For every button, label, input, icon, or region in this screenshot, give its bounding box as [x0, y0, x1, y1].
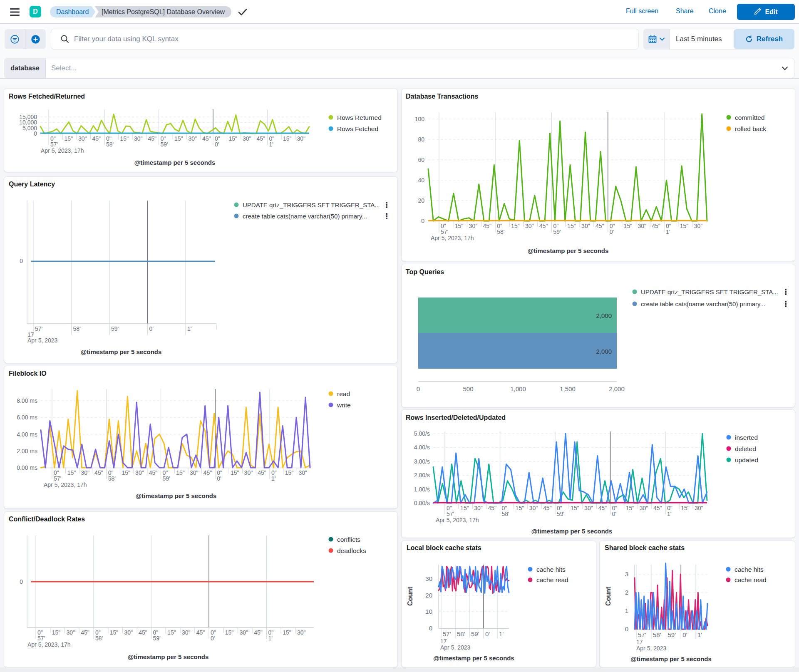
- svg-text:45": 45": [483, 223, 491, 229]
- svg-text:30": 30": [297, 629, 306, 636]
- svg-text:Query Latency: Query Latency: [9, 181, 55, 188]
- svg-text:Apr 5, 2023: Apr 5, 2023: [636, 645, 667, 652]
- svg-text:UPDATE qrtz_TRIGGERS SET TRIGG: UPDATE qrtz_TRIGGERS SET TRIGGER_STA...: [641, 288, 778, 295]
- svg-text:0': 0': [485, 630, 490, 637]
- svg-text:30": 30": [190, 469, 199, 476]
- svg-text:15": 15": [225, 629, 234, 636]
- svg-text:Rows Fetched/Returned: Rows Fetched/Returned: [9, 93, 85, 100]
- svg-text:40: 40: [418, 177, 424, 183]
- svg-text:2.00/s: 2.00/s: [414, 472, 430, 479]
- svg-text:45": 45": [202, 135, 211, 142]
- svg-text:59': 59': [557, 511, 564, 517]
- svg-text:0: 0: [421, 218, 424, 224]
- svg-text:read: read: [337, 390, 350, 397]
- svg-text:59': 59': [153, 635, 161, 642]
- svg-text:59': 59': [668, 631, 676, 638]
- svg-text:Count: Count: [407, 586, 414, 606]
- svg-text:5.00/s: 5.00/s: [414, 430, 430, 437]
- svg-text:15": 15": [283, 629, 291, 636]
- svg-text:45": 45": [139, 629, 147, 636]
- svg-text:45": 45": [203, 469, 212, 476]
- svg-text:30": 30": [244, 469, 253, 476]
- svg-text:2.00 ms: 2.00 ms: [17, 448, 37, 454]
- svg-text:1': 1': [697, 631, 702, 638]
- svg-text:4.00 ms: 4.00 ms: [17, 431, 37, 438]
- svg-text:15": 15": [567, 223, 576, 229]
- svg-text:45": 45": [596, 223, 604, 229]
- svg-text:45": 45": [92, 135, 101, 142]
- svg-text:15": 15": [283, 135, 292, 142]
- svg-text:15": 15": [174, 135, 183, 142]
- svg-text:1,000: 1,000: [510, 385, 526, 392]
- svg-text:15": 15": [67, 469, 76, 476]
- svg-text:15": 15": [455, 223, 464, 229]
- svg-text:Apr 5, 2023, 17h: Apr 5, 2023, 17h: [41, 147, 84, 154]
- svg-text:58': 58': [106, 141, 114, 148]
- svg-text:15": 15": [460, 505, 469, 511]
- svg-text:Shared block cache stats: Shared block cache stats: [605, 544, 685, 551]
- svg-text:1.00/s: 1.00/s: [414, 486, 430, 493]
- svg-text:15": 15": [571, 505, 579, 511]
- svg-text:Apr 5, 2023: Apr 5, 2023: [440, 644, 471, 651]
- svg-text:30": 30": [189, 135, 197, 142]
- svg-text:15": 15": [285, 469, 294, 476]
- svg-text:58': 58': [497, 228, 504, 235]
- svg-text:59': 59': [471, 630, 479, 637]
- svg-text:45": 45": [652, 223, 660, 229]
- svg-text:2,000: 2,000: [609, 385, 625, 392]
- svg-text:1': 1': [187, 325, 191, 332]
- svg-text:@timestamp per 5 seconds: @timestamp per 5 seconds: [128, 653, 209, 660]
- svg-text:Apr 5, 2023, 17h: Apr 5, 2023, 17h: [44, 481, 87, 488]
- svg-text:15": 15": [120, 135, 129, 142]
- svg-text:58': 58': [653, 631, 661, 638]
- svg-text:Count: Count: [605, 586, 612, 606]
- svg-text:15": 15": [681, 505, 690, 511]
- svg-text:create table cats(name varchar: create table cats(name varchar(50) prima…: [243, 213, 367, 220]
- svg-text:15": 15": [52, 629, 61, 636]
- svg-text:0': 0': [211, 635, 215, 642]
- svg-text:create table cats(name varchar: create table cats(name varchar(50) prima…: [641, 300, 765, 307]
- svg-text:30": 30": [525, 223, 534, 229]
- svg-text:15": 15": [122, 469, 130, 476]
- svg-text:@timestamp per 5 seconds: @timestamp per 5 seconds: [433, 655, 514, 662]
- svg-text:Database Transactions: Database Transactions: [406, 93, 478, 100]
- svg-text:58': 58': [457, 630, 465, 637]
- svg-text:1: 1: [625, 607, 628, 614]
- svg-text:0: 0: [625, 625, 628, 632]
- svg-text:45": 45": [149, 469, 158, 476]
- svg-text:30": 30": [474, 505, 483, 511]
- svg-text:deadlocks: deadlocks: [337, 547, 366, 554]
- svg-text:4.00/s: 4.00/s: [414, 444, 430, 451]
- svg-text:15": 15": [231, 469, 239, 476]
- svg-text:500: 500: [463, 385, 473, 392]
- svg-text:6.00 ms: 6.00 ms: [17, 414, 37, 421]
- svg-text:100: 100: [415, 116, 425, 122]
- svg-text:15": 15": [176, 469, 185, 476]
- svg-text:20: 20: [418, 197, 424, 204]
- svg-text:15": 15": [680, 223, 689, 229]
- svg-text:@timestamp per 5 seconds: @timestamp per 5 seconds: [630, 655, 712, 662]
- svg-text:cache hits: cache hits: [536, 566, 566, 573]
- svg-text:0: 0: [20, 578, 23, 585]
- svg-text:15": 15": [626, 505, 635, 511]
- svg-text:59': 59': [163, 475, 170, 482]
- svg-text:@timestamp per 5 seconds: @timestamp per 5 seconds: [81, 348, 162, 355]
- svg-text:1': 1': [269, 141, 273, 148]
- svg-text:30": 30": [81, 469, 89, 476]
- svg-text:3.00/s: 3.00/s: [414, 458, 430, 465]
- svg-text:30": 30": [134, 135, 143, 142]
- svg-text:0': 0': [610, 228, 614, 235]
- svg-text:30": 30": [529, 505, 538, 511]
- svg-text:20: 20: [425, 592, 432, 599]
- svg-text:Local block cache stats: Local block cache stats: [407, 544, 481, 551]
- svg-text:80: 80: [418, 136, 424, 143]
- svg-text:1': 1': [271, 475, 275, 482]
- svg-text:45": 45": [94, 469, 103, 476]
- svg-text:0': 0': [215, 141, 219, 148]
- svg-text:30": 30": [135, 469, 144, 476]
- svg-text:30": 30": [78, 135, 87, 142]
- svg-text:UPDATE qrtz_TRIGGERS SET TRIGG: UPDATE qrtz_TRIGGERS SET TRIGGER_STA...: [243, 201, 380, 208]
- svg-text:deleted: deleted: [735, 445, 756, 452]
- svg-text:15": 15": [516, 505, 524, 511]
- svg-text:45": 45": [539, 223, 548, 229]
